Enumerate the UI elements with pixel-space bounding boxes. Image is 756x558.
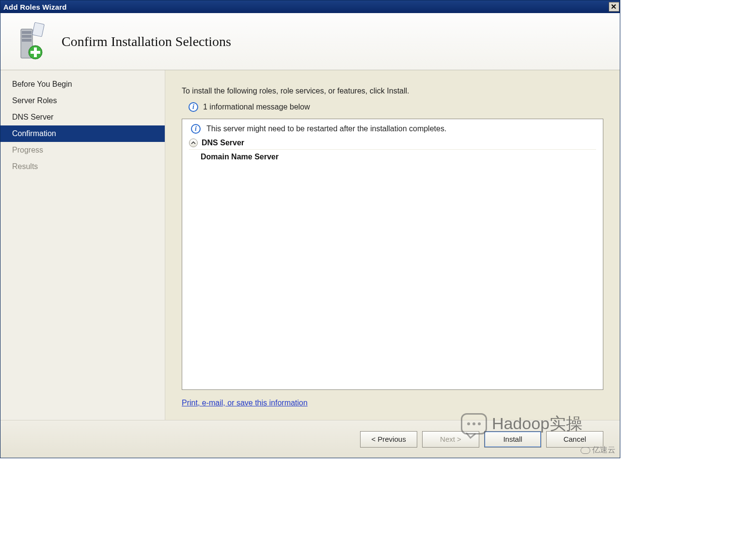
wizard-header: Confirm Installation Selections <box>0 13 620 70</box>
wizard-sidebar: Before You Begin Server Roles DNS Server… <box>0 70 165 420</box>
close-icon: ✕ <box>611 2 617 11</box>
window-title: Add Roles Wizard <box>3 3 67 11</box>
nav-progress: Progress <box>0 142 165 158</box>
role-name: DNS Server <box>202 139 244 147</box>
info-icon: i <box>191 124 201 134</box>
nav-confirmation[interactable]: Confirmation <box>0 125 165 142</box>
svg-rect-7 <box>31 51 40 54</box>
wizard-window: Add Roles Wizard ✕ Confirm Installation … <box>0 0 620 458</box>
role-group: DNS Server <box>189 137 596 150</box>
info-summary-text: 1 informational message below <box>203 103 310 111</box>
svg-rect-4 <box>32 22 45 37</box>
next-button: Next > <box>422 431 479 448</box>
previous-button[interactable]: < Previous <box>360 431 417 448</box>
wizard-body: Before You Begin Server Roles DNS Server… <box>0 70 620 420</box>
watermark-corner-text: 亿速云 <box>592 445 615 455</box>
cloud-icon <box>581 447 590 454</box>
wizard-footer: < Previous Next > Install Cancel <box>0 420 620 458</box>
restart-warning: i This server might need to be restarted… <box>189 124 596 137</box>
print-email-save-link[interactable]: Print, e-mail, or save this information <box>182 399 308 407</box>
nav-dns-server[interactable]: DNS Server <box>0 109 165 125</box>
info-summary: i 1 informational message below <box>189 102 603 112</box>
chevron-up-icon[interactable] <box>189 139 198 147</box>
instruction-text: To install the following roles, role ser… <box>182 87 603 95</box>
nav-before-you-begin[interactable]: Before You Begin <box>0 76 165 93</box>
restart-warning-text: This server might need to be restarted a… <box>206 124 446 133</box>
nav-results: Results <box>0 158 165 175</box>
wizard-header-icon <box>11 20 46 63</box>
svg-rect-3 <box>22 39 32 42</box>
page-title: Confirm Installation Selections <box>62 34 231 49</box>
nav-server-roles[interactable]: Server Roles <box>0 93 165 109</box>
titlebar: Add Roles Wizard ✕ <box>0 0 620 13</box>
install-button[interactable]: Install <box>484 431 541 448</box>
watermark-corner: 亿速云 <box>581 445 615 455</box>
svg-rect-1 <box>22 31 32 34</box>
info-icon: i <box>189 102 198 112</box>
selection-details: i This server might need to be restarted… <box>182 119 603 390</box>
wizard-content: To install the following roles, role ser… <box>165 70 620 420</box>
close-button[interactable]: ✕ <box>609 2 619 12</box>
svg-rect-2 <box>22 35 32 38</box>
role-item: Domain Name Server <box>189 150 596 161</box>
export-link-row: Print, e-mail, or save this information <box>182 390 603 420</box>
